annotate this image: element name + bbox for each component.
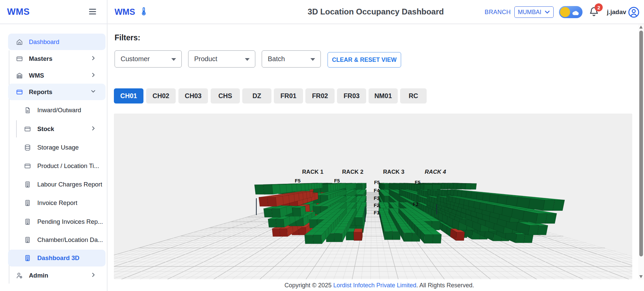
svg-text:F5: F5 [374, 180, 380, 185]
svg-text:F1: F1 [374, 210, 380, 215]
svg-text:F2: F2 [413, 202, 419, 207]
svg-text:F2: F2 [374, 203, 380, 208]
svg-text:RACK 4: RACK 4 [425, 169, 446, 175]
svg-text:RACK 1: RACK 1 [302, 169, 323, 175]
svg-text:RACK 3: RACK 3 [383, 169, 404, 175]
svg-text:F5: F5 [415, 180, 421, 185]
svg-text:F5: F5 [295, 178, 301, 183]
svg-text:F4: F4 [374, 188, 380, 193]
svg-text:F3: F3 [374, 196, 380, 201]
svg-text:F5: F5 [334, 178, 340, 183]
svg-text:RACK 2: RACK 2 [342, 169, 363, 175]
